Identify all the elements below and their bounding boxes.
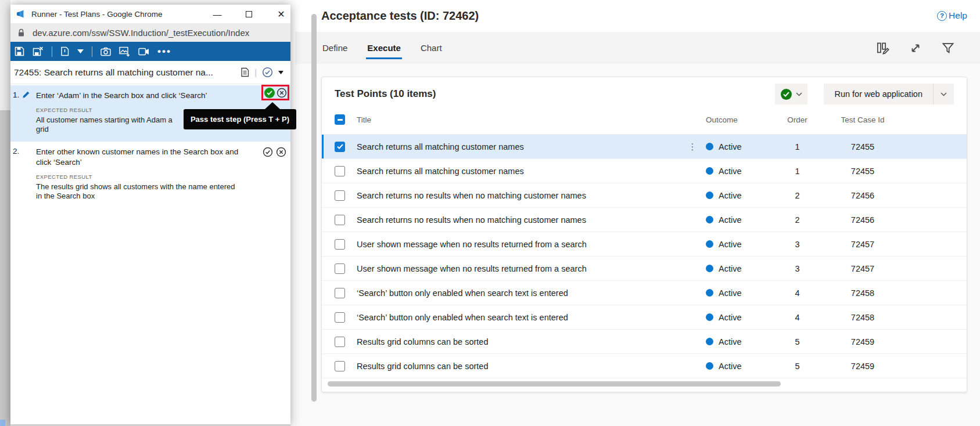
test-points-card: Test Points (10 items) Run for web appli…: [321, 77, 967, 392]
test-case-header: 72455: Search returns all matching custo…: [10, 61, 290, 84]
dropdown-caret-icon[interactable]: [77, 49, 84, 53]
run-button[interactable]: Run for web application: [824, 84, 954, 104]
row-title: User shown message when no results retur…: [357, 264, 685, 273]
row-title: Search returns no results when no matchi…: [357, 215, 685, 225]
edit-pencil-icon[interactable]: [22, 91, 30, 99]
work-item-icon[interactable]: [240, 67, 249, 77]
row-checkbox[interactable]: [335, 142, 345, 152]
row-test-case-id: 72455: [825, 142, 900, 151]
table-row[interactable]: ‘Search’ button only enabled when search…: [322, 281, 967, 305]
column-order[interactable]: Order: [770, 115, 825, 124]
row-outcome-label: Active: [719, 362, 742, 371]
azure-devops-logo-icon: [16, 9, 26, 19]
row-context-menu[interactable]: ⋮: [685, 145, 700, 148]
edit-columns-icon[interactable]: [877, 42, 889, 55]
table-row[interactable]: ‘Search’ button only enabled when search…: [322, 305, 967, 330]
row-test-case-id: 72455: [825, 167, 900, 176]
help-link[interactable]: ? Help: [937, 10, 967, 21]
expected-result-label: EXPECTED RESULT: [36, 174, 258, 180]
screenshot-camera-icon[interactable]: [100, 47, 111, 56]
active-outcome-icon: [706, 192, 713, 199]
active-outcome-icon: [706, 313, 713, 321]
row-order: 5: [770, 362, 825, 371]
tab-chart[interactable]: Chart: [419, 38, 443, 59]
chevron-down-icon: [940, 92, 947, 96]
row-outcome: Active: [700, 191, 770, 200]
separator: |: [254, 68, 257, 77]
row-checkbox[interactable]: [335, 312, 345, 323]
active-outcome-icon: [706, 240, 713, 248]
row-checkbox[interactable]: [335, 263, 345, 274]
background-blue-fragment: [0, 420, 5, 426]
pass-step-button[interactable]: [263, 147, 273, 157]
row-outcome: Active: [700, 167, 770, 176]
row-test-case-id: 72457: [825, 264, 900, 273]
row-test-case-id: 72457: [825, 240, 900, 249]
page-vertical-scrollbar[interactable]: [311, 14, 317, 402]
window-title: Runner - Test Plans - Google Chrome: [31, 10, 163, 19]
row-outcome: Active: [700, 313, 770, 322]
row-outcome: Active: [700, 215, 770, 225]
address-bar[interactable]: dev.azure.com/ssw/SSW.Induction/_testExe…: [10, 23, 290, 42]
row-order: 3: [770, 264, 825, 273]
row-checkbox[interactable]: [335, 215, 345, 225]
tab-execute[interactable]: Execute: [366, 38, 402, 59]
column-test-case-id[interactable]: Test Case Id: [825, 115, 900, 124]
table-row[interactable]: User shown message when no results retur…: [322, 257, 967, 281]
more-icon[interactable]: •••: [157, 49, 171, 55]
table-row[interactable]: Search returns no results when no matchi…: [322, 208, 967, 232]
maximize-button[interactable]: [237, 5, 260, 23]
row-checkbox[interactable]: [335, 166, 345, 176]
row-outcome: Active: [700, 337, 770, 346]
run-options-split[interactable]: [933, 84, 954, 104]
save-icon[interactable]: [15, 46, 24, 56]
filter-icon[interactable]: [942, 42, 954, 55]
table-row[interactable]: Results grid columns can be sorted ⋮ Act…: [322, 354, 967, 378]
screen-recording-icon[interactable]: [138, 48, 149, 56]
create-bug-icon[interactable]: [60, 46, 69, 56]
fail-step-button[interactable]: [276, 147, 286, 157]
row-checkbox[interactable]: [335, 337, 345, 347]
table-row[interactable]: Search returns all matching customer nam…: [322, 135, 967, 159]
set-outcome-button[interactable]: [775, 84, 807, 104]
minimize-button[interactable]: —: [206, 5, 229, 23]
table-row[interactable]: Results grid columns can be sorted ⋮ Act…: [322, 330, 967, 354]
test-step-2[interactable]: 2. Enter other known customer names in t…: [10, 142, 290, 208]
fail-step-button[interactable]: [277, 88, 287, 98]
row-order: 4: [770, 288, 825, 298]
row-outcome-label: Active: [719, 191, 742, 200]
row-checkbox[interactable]: [335, 361, 345, 371]
column-outcome[interactable]: Outcome: [700, 115, 770, 124]
step-number: 1.: [13, 91, 19, 101]
window-titlebar: Runner - Test Plans - Google Chrome — ✕: [10, 5, 290, 23]
table-row[interactable]: Search returns no results when no matchi…: [322, 183, 967, 208]
test-plans-page: Acceptance tests (ID: 72462) ? Help Defi…: [295, 0, 980, 426]
row-outcome: Active: [700, 264, 770, 273]
expected-result-text: The results grid shows all customers wit…: [36, 182, 258, 192]
row-checkbox[interactable]: [335, 288, 345, 298]
row-checkbox[interactable]: [335, 190, 345, 201]
test-points-header: Test Points (10 items) Run for web appli…: [322, 77, 967, 105]
capture-image-icon[interactable]: [119, 46, 130, 57]
help-icon: ?: [937, 11, 947, 21]
column-title[interactable]: Title: [357, 115, 685, 124]
row-order: 1: [770, 142, 825, 151]
close-button[interactable]: ✕: [270, 5, 293, 23]
horizontal-scrollbar[interactable]: [328, 381, 781, 387]
save-and-close-icon[interactable]: [33, 46, 44, 56]
table-row[interactable]: User shown message when no results retur…: [322, 232, 967, 257]
select-all-checkbox[interactable]: [335, 114, 345, 125]
row-title: Search returns no results when no matchi…: [357, 191, 685, 200]
row-checkbox[interactable]: [335, 239, 345, 250]
active-outcome-icon: [706, 265, 713, 272]
tab-define[interactable]: Define: [321, 38, 349, 59]
row-checkbox-cell: [335, 215, 357, 225]
mark-outcome-icon[interactable]: [262, 67, 273, 78]
row-checkbox-cell: [335, 361, 357, 371]
tab-band: Define Execute Chart: [295, 32, 980, 64]
outcome-caret-icon[interactable]: [278, 71, 283, 74]
toolbar-separator: [92, 46, 92, 57]
pass-step-button[interactable]: [264, 88, 275, 98]
table-row[interactable]: Search returns all matching customer nam…: [322, 159, 967, 183]
full-screen-icon[interactable]: [909, 42, 922, 55]
